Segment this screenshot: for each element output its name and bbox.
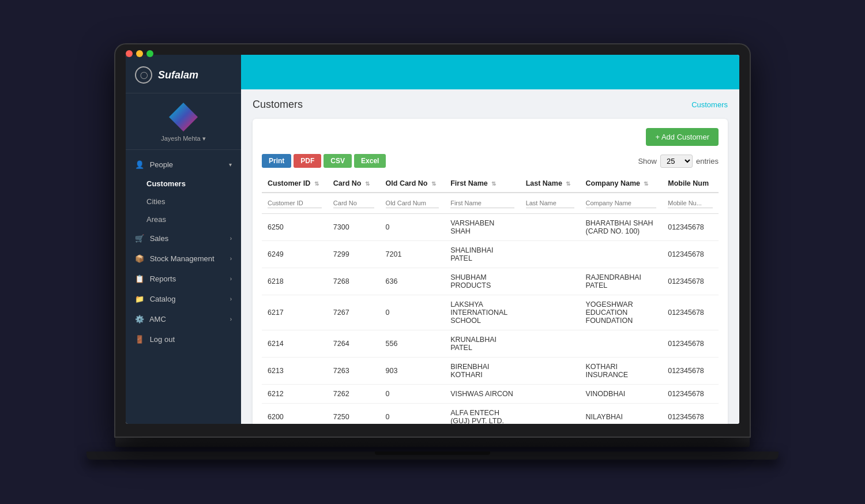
add-customer-button[interactable]: + Add Customer	[646, 128, 719, 146]
sidebar-amc-label: AMC	[149, 315, 166, 324]
col-header-mobile-num[interactable]: Mobile Num	[662, 175, 719, 193]
page-header: Customers Customers	[253, 99, 728, 111]
page-title: Customers	[253, 99, 303, 111]
table-controls: Print PDF CSV Excel Show 25 50 100	[262, 154, 719, 168]
table-row[interactable]: 621772670LAKSHYA INTERNATIONAL SCHOOLYOG…	[262, 295, 719, 330]
cell-customer_id: 6218	[262, 268, 328, 295]
cell-mobile_num: 012345678	[662, 295, 719, 330]
table-row[interactable]: 62187268636SHUBHAM PRODUCTSRAJENDRABHAI …	[262, 268, 719, 295]
col-header-company-name[interactable]: Company Name ⇅	[580, 175, 663, 193]
cell-company_name: KOTHARI INSURANCE	[580, 358, 663, 385]
cell-customer_id: 6213	[262, 358, 328, 385]
col-header-last-name[interactable]: Last Name ⇅	[520, 175, 580, 193]
sort-icon-company-name: ⇅	[644, 180, 648, 187]
filter-input-company-name[interactable]	[586, 198, 657, 208]
screen: ◯ Sufalam Jayesh Mehta ▾ 👤 People ▾	[126, 55, 739, 424]
people-icon: 👤	[135, 160, 144, 169]
cell-mobile_num: 012345678	[662, 214, 719, 241]
sidebar-catalog-label: Catalog	[150, 295, 176, 303]
sidebar-item-catalog[interactable]: 📁 Catalog ›	[126, 289, 241, 309]
filter-input-last-name[interactable]	[526, 198, 574, 208]
cell-last_name	[520, 330, 580, 358]
entries-select[interactable]: 25 50 100	[660, 155, 693, 168]
cell-company_name	[580, 241, 663, 268]
table-row[interactable]: 621272620VISHWAS AIRCONVINODBHAI01234567…	[262, 385, 719, 404]
export-buttons: Print PDF CSV Excel	[262, 154, 386, 168]
cell-customer_id: 6212	[262, 385, 328, 404]
cell-last_name	[520, 358, 580, 385]
sidebar-item-amc[interactable]: ⚙️ AMC ›	[126, 309, 241, 329]
table-row[interactable]: 62137263903BIRENBHAI KOTHARIKOTHARI INSU…	[262, 358, 719, 385]
sidebar-item-sales[interactable]: 🛒 Sales ›	[126, 228, 241, 249]
traffic-lights	[126, 50, 153, 57]
card-top-bar: + Add Customer	[262, 128, 719, 146]
filter-input-customer-id[interactable]	[268, 198, 322, 208]
amc-arrow-icon: ›	[230, 316, 232, 322]
filter-cell-first-name	[445, 193, 520, 214]
sidebar: ◯ Sufalam Jayesh Mehta ▾ 👤 People ▾	[126, 55, 241, 424]
table-header-row: Customer ID ⇅ Card No ⇅ Old Card No ⇅ Fi…	[262, 175, 719, 193]
sidebar-item-customers[interactable]: Customers	[126, 175, 241, 193]
main-card: + Add Customer Print PDF CSV Excel Show	[253, 119, 728, 424]
cell-first_name: LAKSHYA INTERNATIONAL SCHOOL	[445, 295, 520, 330]
excel-button[interactable]: Excel	[354, 154, 386, 168]
table-row[interactable]: 62147264556KRUNALBHAI PATEL012345678	[262, 330, 719, 358]
cell-mobile_num: 012345678	[662, 241, 719, 268]
filter-cell-card-no	[328, 193, 380, 214]
cell-card_no: 7250	[328, 404, 380, 424]
sidebar-item-people[interactable]: 👤 People ▾	[126, 155, 241, 175]
filter-input-old-card-no[interactable]	[386, 198, 439, 208]
sidebar-item-areas[interactable]: Areas	[126, 210, 241, 228]
sidebar-item-reports[interactable]: 📋 Reports ›	[126, 269, 241, 289]
filter-input-mobile-num[interactable]	[668, 198, 713, 208]
table-filter-row	[262, 193, 719, 214]
col-header-first-name[interactable]: First Name ⇅	[445, 175, 520, 193]
table-row[interactable]: 620072500ALFA ENTECH (GUJ) PVT. LTD.NILA…	[262, 404, 719, 424]
cell-old_card_no: 556	[380, 330, 445, 358]
reports-icon: 📋	[135, 274, 144, 283]
minimize-button-mac[interactable]	[136, 50, 143, 57]
cell-old_card_no: 0	[380, 404, 445, 424]
sidebar-reports-label: Reports	[150, 274, 176, 283]
table-row[interactable]: 625073000VARSHABEN SHAHBHARATBHAI SHAH (…	[262, 214, 719, 241]
cell-company_name	[580, 330, 663, 358]
breadcrumb[interactable]: Customers	[691, 100, 728, 109]
col-header-card-no[interactable]: Card No ⇅	[328, 175, 380, 193]
cell-card_no: 7300	[328, 214, 380, 241]
filter-input-card-no[interactable]	[333, 198, 374, 208]
cell-last_name	[520, 404, 580, 424]
cell-first_name: KRUNALBHAI PATEL	[445, 330, 520, 358]
cell-mobile_num: 012345678	[662, 330, 719, 358]
sidebar-item-stock[interactable]: 📦 Stock Management ›	[126, 249, 241, 269]
laptop-wrapper: ◯ Sufalam Jayesh Mehta ▾ 👤 People ▾	[115, 44, 750, 460]
print-button[interactable]: Print	[262, 154, 291, 168]
cell-old_card_no: 0	[380, 295, 445, 330]
col-header-customer-id[interactable]: Customer ID ⇅	[262, 175, 328, 193]
people-arrow-icon: ▾	[229, 161, 232, 168]
sidebar-logout-label: Log out	[150, 335, 175, 344]
table-body: 625073000VARSHABEN SHAHBHARATBHAI SHAH (…	[262, 214, 719, 424]
cell-company_name: RAJENDRABHAI PATEL	[580, 268, 663, 295]
screen-bezel: ◯ Sufalam Jayesh Mehta ▾ 👤 People ▾	[115, 44, 750, 437]
close-button-mac[interactable]	[126, 50, 133, 57]
cell-last_name	[520, 241, 580, 268]
cell-customer_id: 6214	[262, 330, 328, 358]
filter-cell-old-card-no	[380, 193, 445, 214]
cell-company_name: NILAYBHAI	[580, 404, 663, 424]
filter-cell-company-name	[580, 193, 663, 214]
filter-input-first-name[interactable]	[450, 198, 514, 208]
pdf-button[interactable]: PDF	[294, 154, 321, 168]
sidebar-item-logout[interactable]: 🚪 Log out	[126, 329, 241, 349]
top-bar	[241, 55, 739, 89]
show-label: Show	[638, 157, 657, 166]
cell-card_no: 7267	[328, 295, 380, 330]
cell-old_card_no: 0	[380, 214, 445, 241]
sidebar-item-cities[interactable]: Cities	[126, 193, 241, 210]
cell-customer_id: 6217	[262, 295, 328, 330]
sort-icon-first-name: ⇅	[491, 180, 496, 187]
col-header-old-card-no[interactable]: Old Card No ⇅	[380, 175, 445, 193]
csv-button[interactable]: CSV	[324, 154, 352, 168]
table-row[interactable]: 624972997201SHALINBHAI PATEL012345678	[262, 241, 719, 268]
cell-card_no: 7262	[328, 385, 380, 404]
maximize-button-mac[interactable]	[146, 50, 153, 57]
